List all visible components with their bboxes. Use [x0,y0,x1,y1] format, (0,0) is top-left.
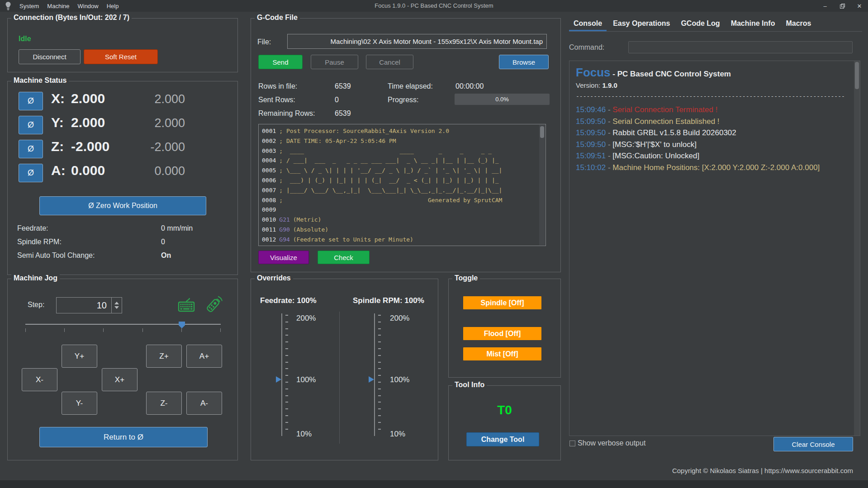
log-line: 15:09:50 - Rabbit GRBL v1.5.8 Build 2026… [576,127,848,139]
maximize-button[interactable] [834,0,851,12]
log-separator: - [606,163,612,172]
rows-in-file-label: Rows in file: [258,82,297,90]
visualize-button[interactable]: Visualize [258,251,309,264]
jog-button[interactable]: A+ [186,345,222,368]
jog-button[interactable]: Z- [146,392,182,415]
axis-machine-position: 2.000 [134,92,185,106]
toggle-button[interactable]: Spindle [Off] [463,296,542,310]
log-line: 15:09:50 - [MSG:'$H'|'$X' to unlock] [576,139,848,151]
gcode-viewer[interactable]: 0001; Post Processor: SourceRabbit_4Axis… [258,124,546,246]
spindle-slider-handle[interactable] [369,376,374,383]
gcode-command: G90 [279,226,289,233]
log-message: Serial Connection Established ! [612,117,719,126]
gcode-command: G94 [279,236,289,243]
log-time: 15:10:02 [576,163,606,172]
tab[interactable]: Easy Operations [608,17,674,31]
log-line: 15:09:46 - Serial Connection Terminated … [576,104,848,116]
jog-button[interactable]: Z+ [146,345,182,368]
menu-item[interactable]: Machine [43,3,73,9]
file-path-input[interactable]: Machining\02 X Axis Motor Mount - 155x95… [287,34,547,49]
zero-axis-button[interactable]: Ø [19,92,43,110]
zero-work-position-button[interactable]: Ø Zero Work Position [39,196,206,215]
clear-console-button[interactable]: Clear Console [773,437,853,451]
minimize-button[interactable]: – [816,0,834,12]
log-separator: - [606,117,612,126]
gcode-line-number: 0009 [262,206,276,213]
tab[interactable]: GCode Log [676,17,724,31]
gcode-line-number: 0012 [262,236,276,243]
tab[interactable]: Machine Info [726,17,780,31]
step-up-icon[interactable] [114,302,119,304]
tab[interactable]: Macros [781,17,816,31]
machine-status-panel-title: Machine Status [11,76,69,85]
machine-jog-panel: Machine Jog Step: 10 [7,279,238,460]
status-info-label: Feedrate: [17,224,48,232]
log-message: [MSG:'$H'|'$X' to unlock] [612,140,697,149]
jog-button[interactable]: Y+ [62,345,97,368]
browse-button[interactable]: Browse [499,55,549,69]
check-button[interactable]: Check [318,251,370,264]
toggle-button[interactable]: Mist [Off] [463,347,542,361]
remote-pendant-icon[interactable] [202,294,223,314]
feedrate-slider-handle[interactable] [276,376,281,383]
step-slider-track[interactable] [25,324,221,325]
gcode-line-number: 0011 [262,226,276,233]
status-info-label: Semi Auto Tool Change: [17,251,95,260]
toggle-button[interactable]: Flood [Off] [463,327,542,341]
feedrate-slider-track[interactable] [281,313,282,436]
log-time: 15:09:50 [576,117,606,126]
cancel-button[interactable]: Cancel [366,55,413,69]
step-stepper[interactable] [111,298,122,313]
slider-tick [181,328,182,332]
gcode-line: 0006; ___) | (_) | |_| | | | (_| __/ _ <… [262,175,537,185]
console-log: 15:09:46 - Serial Connection Terminated … [576,104,848,173]
zero-axis-button[interactable]: Ø [19,116,43,134]
status-info-value: On [161,251,171,260]
jog-button[interactable]: A- [186,392,222,415]
change-tool-button[interactable]: Change Tool [466,432,539,446]
console-content: Focus - PC Based CNC Control System Vers… [576,66,848,173]
gcode-line: 0010G21(Metric) [262,215,537,225]
sent-rows-value: 0 [335,96,339,104]
menu-item[interactable]: Help [103,3,123,9]
console-scrollbar[interactable] [854,61,860,436]
keyboard-icon[interactable] [178,297,195,313]
command-input[interactable] [628,41,853,53]
zero-axis-button[interactable]: Ø [19,164,43,182]
gcode-line: 0009 [262,205,537,215]
log-time: 15:09:50 [576,128,606,137]
disconnect-button[interactable]: Disconnect [19,49,81,64]
gcode-line-number: 0007 [262,187,276,194]
step-down-icon[interactable] [114,306,119,309]
jog-button[interactable]: Y- [62,392,97,415]
slider-tick [103,328,104,332]
menu-item[interactable]: System [15,3,43,9]
send-button[interactable]: Send [258,55,303,69]
log-message: Serial Connection Terminated ! [612,105,717,114]
jog-button[interactable]: X- [22,368,57,391]
spindle-slider-track[interactable] [374,313,375,436]
menu-item[interactable]: Window [73,3,102,9]
version-label: Version: [576,81,602,89]
verbose-checkbox[interactable] [569,441,575,446]
gcode-panel-title: G-Code File [255,14,300,22]
close-button[interactable]: ✕ [851,0,868,12]
gcode-line: 0003; ____ ____ _ _ _ _ [262,146,537,156]
zero-axis-button[interactable]: Ø [19,140,43,158]
gcode-scrollbar-thumb[interactable] [540,126,544,138]
console-output[interactable]: Focus - PC Based CNC Control System Vers… [569,61,860,436]
axis-row: Ø A: 0.000 0.000 [8,161,237,185]
gcode-scrollbar[interactable] [539,125,545,245]
return-to-zero-button[interactable]: Return to Ø [39,427,208,447]
step-input[interactable]: 10 [56,297,122,313]
time-elapsed-value: 00:00:00 [455,82,484,90]
tab[interactable]: Console [569,17,607,31]
jog-button[interactable]: X+ [102,368,138,391]
step-slider-handle[interactable] [179,322,185,328]
pause-button[interactable]: Pause [311,55,358,69]
log-message: Rabbit GRBL v1.5.8 Build 20260302 [612,128,736,137]
console-scrollbar-thumb[interactable] [855,62,859,89]
console-header: Focus - PC Based CNC Control System [576,66,848,80]
spindle-scale-200: 200% [390,314,409,323]
soft-reset-button[interactable]: Soft Reset [84,49,158,64]
